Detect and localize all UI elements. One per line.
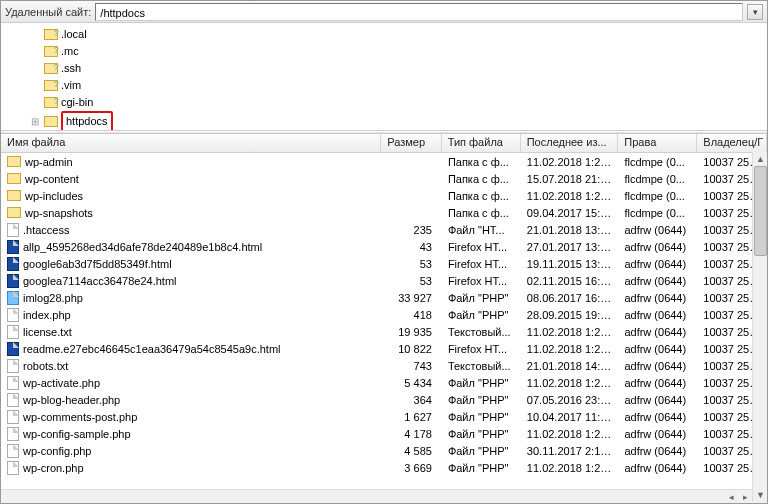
folder-icon (44, 46, 58, 57)
table-row[interactable]: wp-blog-header.php364Файл "PHP"07.05.201… (1, 391, 767, 408)
remote-path-input[interactable]: /httpdocs (95, 3, 743, 21)
file-type: Файл "PHP" (442, 309, 521, 321)
file-type: Файл "PHP" (442, 462, 521, 474)
file-permissions: flcdmpe (0... (618, 156, 697, 168)
file-modified: 21.01.2018 13:0... (521, 224, 619, 236)
tree-node[interactable]: .mc (29, 43, 767, 60)
tree-node-label: .ssh (61, 60, 81, 77)
scroll-up-arrow[interactable]: ▲ (753, 152, 768, 166)
file-permissions: flcdmpe (0... (618, 173, 697, 185)
table-row[interactable]: wp-config-sample.php4 178Файл "PHP"11.02… (1, 425, 767, 442)
file-permissions: adfrw (0644) (618, 326, 697, 338)
table-row[interactable]: wp-contentПапка с ф...15.07.2018 21:4...… (1, 170, 767, 187)
file-type: Папка с ф... (442, 190, 521, 202)
file-size: 33 927 (381, 292, 442, 304)
scroll-left-arrow[interactable]: ◂ (724, 491, 738, 503)
file-size: 4 178 (381, 428, 442, 440)
folder-icon (7, 207, 21, 218)
file-size: 4 585 (381, 445, 442, 457)
file-modified: 09.04.2017 15:0... (521, 207, 619, 219)
file-permissions: adfrw (0644) (618, 258, 697, 270)
file-name: googlea7114acc36478e24.html (23, 275, 177, 287)
tree-node[interactable]: ⊞httpdocs (29, 111, 767, 131)
table-row[interactable]: imlog28.php33 927Файл "PHP"08.06.2017 16… (1, 289, 767, 306)
file-modified: 11.02.2018 1:21... (521, 326, 619, 338)
tree-node[interactable]: .ssh (29, 60, 767, 77)
horizontal-scrollbar[interactable]: ◂ ▸ (1, 489, 752, 503)
folder-icon (44, 80, 58, 91)
file-type: Текстовый... (442, 326, 521, 338)
scroll-right-arrow[interactable]: ▸ (738, 491, 752, 503)
file-type: Файл "PHP" (442, 411, 521, 423)
table-row[interactable]: wp-adminПапка с ф...11.02.2018 1:21...fl… (1, 153, 767, 170)
file-type: Папка с ф... (442, 173, 521, 185)
file-name: wp-config.php (23, 445, 92, 457)
tree-node[interactable]: cgi-bin (29, 94, 767, 111)
column-header-name[interactable]: Имя файла (1, 134, 381, 152)
table-row[interactable]: index.php418Файл "PHP"28.09.2015 19:1...… (1, 306, 767, 323)
column-header-perm[interactable]: Права (618, 134, 697, 152)
file-list[interactable]: wp-adminПапка с ф...11.02.2018 1:21...fl… (1, 153, 767, 493)
scroll-thumb[interactable] (754, 166, 767, 256)
table-row[interactable]: robots.txt743Текстовый...21.01.2018 14:2… (1, 357, 767, 374)
table-row[interactable]: wp-config.php4 585Файл "PHP"30.11.2017 2… (1, 442, 767, 459)
expand-icon[interactable]: ⊞ (29, 113, 41, 130)
file-size: 235 (381, 224, 442, 236)
file-name: .htaccess (23, 224, 69, 236)
file-size: 53 (381, 275, 442, 287)
folder-icon (44, 97, 58, 108)
file-permissions: flcdmpe (0... (618, 207, 697, 219)
file-modified: 02.11.2015 16:2... (521, 275, 619, 287)
table-row[interactable]: wp-snapshotsПапка с ф...09.04.2017 15:0.… (1, 204, 767, 221)
file-type: Файл "PHP" (442, 377, 521, 389)
scroll-down-arrow[interactable]: ▼ (753, 488, 768, 502)
table-row[interactable]: wp-cron.php3 669Файл "PHP"11.02.2018 1:2… (1, 459, 767, 476)
table-row[interactable]: .htaccess235Файл "HT...21.01.2018 13:0..… (1, 221, 767, 238)
folder-icon (44, 63, 58, 74)
file-size: 19 935 (381, 326, 442, 338)
file-permissions: adfrw (0644) (618, 275, 697, 287)
file-size: 364 (381, 394, 442, 406)
table-row[interactable]: allp_4595268ed34d6afe78de240489e1b8c4.ht… (1, 238, 767, 255)
file-name: index.php (23, 309, 71, 321)
file-permissions: adfrw (0644) (618, 360, 697, 372)
table-row[interactable]: google6ab3d7f5dd85349f.html53Firefox HT.… (1, 255, 767, 272)
column-header-modified[interactable]: Последнее из... (521, 134, 619, 152)
tree-node-label: .local (61, 26, 87, 43)
file-modified: 30.11.2017 2:19... (521, 445, 619, 457)
table-row[interactable]: license.txt19 935Текстовый...11.02.2018 … (1, 323, 767, 340)
file-name: wp-blog-header.php (23, 394, 120, 406)
directory-tree[interactable]: .local.mc.ssh.vimcgi-bin⊞httpdocs (1, 23, 767, 131)
file-icon (7, 308, 19, 322)
file-name: wp-comments-post.php (23, 411, 137, 423)
path-dropdown-button[interactable]: ▾ (747, 4, 763, 20)
tree-node[interactable]: .local (29, 26, 767, 43)
table-row[interactable]: wp-includesПапка с ф...11.02.2018 1:21..… (1, 187, 767, 204)
file-type: Firefox HT... (442, 275, 521, 287)
file-modified: 27.01.2017 13:2... (521, 241, 619, 253)
table-row[interactable]: wp-activate.php5 434Файл "PHP"11.02.2018… (1, 374, 767, 391)
file-permissions: adfrw (0644) (618, 428, 697, 440)
table-row[interactable]: googlea7114acc36478e24.html53Firefox HT.… (1, 272, 767, 289)
file-modified: 11.02.2018 1:21... (521, 190, 619, 202)
vertical-scrollbar[interactable]: ▲ ▼ (752, 152, 767, 502)
column-header-type[interactable]: Тип файла (442, 134, 521, 152)
file-type: Firefox HT... (442, 343, 521, 355)
tree-node[interactable]: .vim (29, 77, 767, 94)
file-type: Файл "PHP" (442, 292, 521, 304)
table-row[interactable]: wp-comments-post.php1 627Файл "PHP"10.04… (1, 408, 767, 425)
file-name: robots.txt (23, 360, 68, 372)
table-row[interactable]: readme.e27ebc46645c1eaa36479a54c8545a9c.… (1, 340, 767, 357)
file-name: wp-includes (25, 190, 83, 202)
file-name: wp-cron.php (23, 462, 84, 474)
file-name: wp-snapshots (25, 207, 93, 219)
file-name: license.txt (23, 326, 72, 338)
file-permissions: adfrw (0644) (618, 445, 697, 457)
file-icon (7, 291, 19, 305)
tree-node-label: cgi-bin (61, 94, 93, 111)
file-name: imlog28.php (23, 292, 83, 304)
folder-icon (7, 190, 21, 201)
column-header-size[interactable]: Размер (381, 134, 441, 152)
column-header-owner[interactable]: Владелец/Г (697, 134, 767, 152)
tree-node-label: httpdocs (61, 111, 113, 131)
